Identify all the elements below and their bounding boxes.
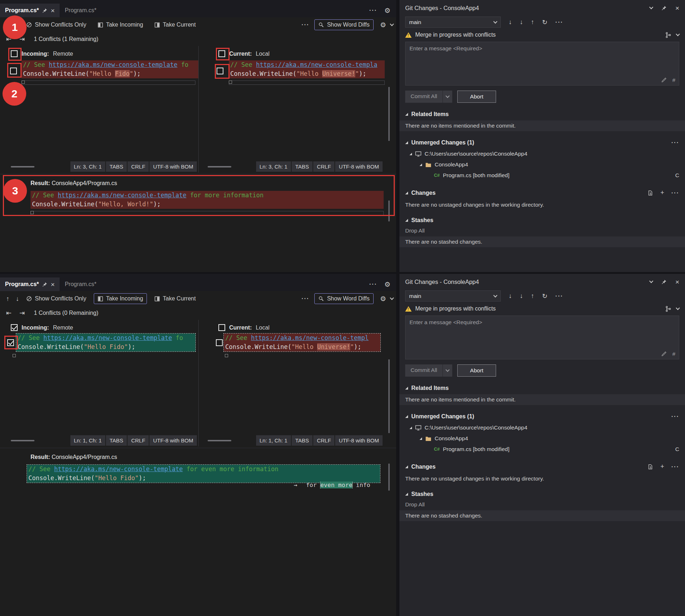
hash-icon[interactable]: #: [672, 351, 675, 357]
up-icon[interactable]: ↑: [3, 20, 13, 29]
show-word-diffs-button[interactable]: Show Word Diffs: [314, 19, 374, 30]
take-current-button[interactable]: Take Current: [151, 19, 200, 30]
more-icon[interactable]: ···: [671, 139, 679, 146]
next-conflict-icon[interactable]: ⇥: [16, 308, 28, 318]
current-conflict-checkbox[interactable]: [216, 339, 223, 346]
encoding-indicator[interactable]: UTF-8 with BOM: [149, 435, 197, 446]
gear-icon[interactable]: ⚙: [380, 21, 386, 29]
more-actions-icon[interactable]: ···: [369, 7, 377, 14]
repo-root-row[interactable]: C:\Users\user\source\repos\ConsoleApp4: [399, 148, 685, 159]
vertical-scrollbar[interactable]: [388, 464, 390, 491]
line-col-indicator[interactable]: Ln: 1, Ch: 1: [256, 435, 291, 446]
stage-all-icon[interactable]: +: [661, 189, 665, 197]
eol-indicator[interactable]: CRLF: [313, 161, 334, 172]
fetch-icon[interactable]: ↓: [509, 18, 512, 26]
line-col-indicator[interactable]: Ln: 3, Ch: 1: [256, 161, 291, 172]
incoming-all-checkbox[interactable]: [11, 324, 18, 331]
vertical-scrollbar[interactable]: [388, 201, 390, 221]
project-row[interactable]: ConsoleApp4: [399, 159, 685, 170]
related-items-header[interactable]: Related Items: [399, 110, 685, 119]
eol-indicator[interactable]: CRLF: [313, 435, 334, 446]
pen-icon[interactable]: [661, 351, 667, 357]
more-icon[interactable]: ···: [555, 293, 563, 299]
encoding-indicator[interactable]: UTF-8 with BOM: [335, 435, 383, 446]
more-actions-icon[interactable]: ···: [369, 281, 377, 288]
branch-selector[interactable]: main: [405, 290, 501, 302]
eol-indicator[interactable]: CRLF: [128, 435, 149, 446]
stage-all-icon[interactable]: +: [661, 463, 665, 470]
refresh-icon[interactable]: ↻: [542, 292, 547, 300]
chevron-down-icon[interactable]: [390, 296, 394, 300]
close-icon[interactable]: ×: [675, 279, 679, 285]
commit-message-input[interactable]: Enter a message <Required> #: [405, 42, 679, 86]
related-items-header[interactable]: Related Items: [399, 384, 685, 392]
refresh-icon[interactable]: ↻: [542, 18, 547, 26]
show-word-diffs-button[interactable]: Show Word Diffs: [314, 293, 374, 304]
prev-conflict-icon[interactable]: ⇤: [3, 35, 15, 44]
gear-icon[interactable]: ⚙: [380, 295, 386, 303]
chevron-down-icon[interactable]: [676, 306, 680, 310]
current-conflict-checkbox[interactable]: [217, 68, 223, 74]
down-icon[interactable]: ↓: [13, 20, 22, 29]
show-conflicts-only-button[interactable]: Show Conflicts Only: [22, 293, 90, 304]
file-row[interactable]: C# Program.cs [both modified] C: [399, 170, 685, 181]
chevron-down-icon[interactable]: [649, 5, 653, 9]
incoming-all-checkbox[interactable]: [11, 50, 18, 57]
git-branch-icon[interactable]: [665, 32, 671, 38]
incoming-conflict-checkbox[interactable]: [7, 339, 14, 346]
commit-all-dropdown[interactable]: [443, 91, 452, 103]
more-icon[interactable]: ···: [671, 190, 679, 196]
commit-all-button[interactable]: Commit All: [405, 364, 443, 377]
close-icon[interactable]: ×: [675, 5, 679, 12]
pin-icon[interactable]: [661, 279, 667, 285]
pen-icon[interactable]: [661, 77, 667, 83]
more-icon[interactable]: ···: [671, 464, 679, 470]
drop-all-button[interactable]: Drop All: [399, 498, 685, 509]
prev-conflict-icon[interactable]: ⇤: [3, 308, 15, 318]
hash-icon[interactable]: #: [672, 77, 675, 83]
current-all-checkbox[interactable]: [218, 324, 225, 331]
pull-icon[interactable]: ↓: [520, 292, 523, 300]
project-row[interactable]: ConsoleApp4: [399, 433, 685, 444]
close-icon[interactable]: ×: [51, 281, 55, 288]
up-icon[interactable]: ↑: [3, 294, 13, 303]
take-current-button[interactable]: Take Current: [151, 293, 200, 304]
close-icon[interactable]: ×: [51, 7, 55, 14]
changes-header[interactable]: Changes + ···: [399, 188, 685, 198]
down-icon[interactable]: ↓: [13, 294, 22, 303]
tabs-indicator[interactable]: TABS: [106, 435, 127, 446]
repo-root-row[interactable]: C:\Users\user\source\repos\ConsoleApp4: [399, 422, 685, 433]
tab-program-cs-active[interactable]: Program.cs* ×: [0, 4, 60, 17]
current-all-checkbox[interactable]: [218, 50, 225, 57]
current-code[interactable]: // See https://aka.ms/new-console-templa…: [229, 60, 385, 78]
push-icon[interactable]: ↑: [531, 18, 534, 26]
changes-header[interactable]: Changes + ···: [399, 462, 685, 472]
commit-message-input[interactable]: Enter a message <Required> #: [405, 316, 679, 359]
stashes-header[interactable]: Stashes: [399, 490, 685, 498]
encoding-indicator[interactable]: UTF-8 with BOM: [335, 161, 383, 172]
gear-icon[interactable]: ⚙: [384, 280, 390, 288]
take-incoming-button[interactable]: Take Incoming: [94, 19, 147, 30]
chevron-down-icon[interactable]: [649, 279, 653, 283]
commit-all-button[interactable]: Commit All: [405, 91, 443, 103]
result-code[interactable]: // See https://aka.ms/new-console-templa…: [31, 191, 384, 209]
incoming-conflict-checkbox[interactable]: [10, 68, 17, 74]
incoming-code[interactable]: // See https://aka.ms/new-console-templa…: [22, 60, 198, 78]
chevron-down-icon[interactable]: [390, 22, 394, 26]
commit-all-dropdown[interactable]: [443, 364, 452, 377]
diff-file-icon[interactable]: [648, 464, 653, 470]
drop-all-button[interactable]: Drop All: [399, 225, 685, 235]
more-icon[interactable]: ···: [555, 19, 563, 26]
toolbar-overflow-icon[interactable]: ···: [301, 22, 309, 28]
vertical-scrollbar[interactable]: [388, 87, 390, 141]
tabs-indicator[interactable]: TABS: [292, 161, 313, 172]
tabs-indicator[interactable]: TABS: [292, 435, 313, 446]
pin-icon[interactable]: [42, 282, 47, 287]
tab-program-cs[interactable]: Program.cs*: [60, 277, 101, 291]
take-incoming-button[interactable]: Take Incoming: [94, 293, 147, 304]
pull-icon[interactable]: ↓: [520, 18, 523, 26]
abort-button[interactable]: Abort: [457, 364, 496, 377]
encoding-indicator[interactable]: UTF-8 with BOM: [149, 161, 197, 172]
current-code[interactable]: // See https://aka.ms/new-console-templC…: [224, 334, 380, 351]
eol-indicator[interactable]: CRLF: [128, 161, 149, 172]
